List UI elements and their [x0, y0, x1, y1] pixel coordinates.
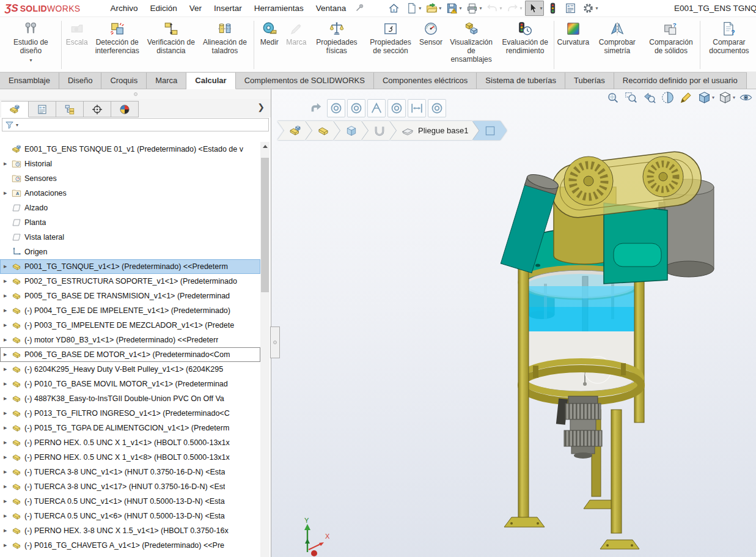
compare-documents-button[interactable]: Comparar documentos	[702, 18, 756, 72]
dropdown-caret-icon[interactable]: ▾	[459, 6, 461, 11]
new-document-button[interactable]: ▾	[404, 1, 423, 16]
tree-filter[interactable]: ▾	[2, 118, 269, 131]
menu-item[interactable]: Archivo	[105, 1, 143, 15]
undo-button[interactable]: ▾	[485, 1, 504, 16]
breadcrumb-feature-pliegue[interactable]: Pliegue base1	[390, 121, 479, 140]
expand-arrow-icon[interactable]: ▶	[4, 191, 12, 196]
print-button[interactable]: ▾	[464, 1, 483, 16]
scale-button[interactable]: Escala	[64, 18, 90, 72]
expand-arrow-icon[interactable]: ▶	[4, 293, 12, 298]
zoom-fit-button[interactable]	[606, 91, 620, 104]
tab-recorrido[interactable]: Recorrido definido por el usuario	[614, 72, 747, 89]
expand-arrow-icon[interactable]: ▶	[4, 411, 12, 416]
mate-angle-button[interactable]	[367, 99, 386, 117]
forward-arrow-icon[interactable]	[309, 101, 323, 116]
redo-button[interactable]: ▾	[505, 1, 524, 16]
tree-item-perno-05-1[interactable]: ▶ (-) PERNO HEX. 0.5 UNC X 1_v1<1> (HBOL…	[0, 435, 260, 450]
mate-concentric-button-3[interactable]	[387, 99, 406, 117]
expand-arrow-icon[interactable]: ▶	[4, 426, 12, 430]
model-leg-right-upper[interactable]	[634, 260, 644, 422]
tab-componentes-electricos[interactable]: Componentes eléctricos	[374, 72, 477, 89]
dimxpert-tab[interactable]	[84, 101, 111, 117]
options-button[interactable]: ▾	[581, 1, 600, 16]
tree-item-pulley[interactable]: ▶ (-) 6204K295_Heavy Duty V-Belt Pulley_…	[0, 362, 260, 377]
design-study-button[interactable]: Estudio de diseño	[2, 18, 59, 72]
sensor-button[interactable]: Sensor	[417, 18, 444, 72]
pin-menu-icon[interactable]	[355, 3, 364, 14]
tree-item-historial[interactable]: ▶ Historial	[0, 157, 260, 171]
propertymanager-tab[interactable]	[29, 101, 56, 117]
expand-arrow-icon[interactable]: ▶	[4, 484, 12, 489]
tree-item-anotaciones[interactable]: ▶ Anotaciones	[0, 186, 260, 201]
panel-overflow-chevron[interactable]: ❯	[257, 102, 265, 112]
tab-ensamblaje[interactable]: Ensamblaje	[0, 72, 59, 89]
section-view-button[interactable]	[661, 91, 675, 104]
hole-alignment-button[interactable]: Alineación de taladros	[198, 18, 252, 72]
featuremanager-tab[interactable]	[1, 101, 29, 117]
expand-arrow-icon[interactable]: ▶	[4, 528, 12, 533]
graphics-viewport[interactable]: Pliegue base1 ▾	[271, 89, 756, 557]
ribbon-divider[interactable]	[700, 21, 700, 69]
tree-item-sensores[interactable]: Sensores	[0, 171, 260, 186]
mate-concentric-button-4[interactable]	[428, 99, 446, 117]
check-symmetry-button[interactable]: Comprobar simetría	[590, 18, 644, 72]
tree-item-p002[interactable]: ▶ P002_TG_ESTRUCTURA SOPORTE_v1<1> (Pred…	[0, 274, 260, 289]
mate-distance-button[interactable]	[408, 99, 426, 117]
dropdown-caret-icon[interactable]: ▾	[712, 95, 714, 100]
save-button[interactable]: ▾	[444, 1, 463, 16]
tree-item-p003[interactable]: ▶ (-) P003_TG_IMPELENTE DE MEZCLADOR_v1<…	[0, 318, 260, 333]
tree-scrollbar[interactable]	[260, 142, 270, 557]
tree-item-motor[interactable]: ▶ (-) motor YD80_B3_v1<1> (Predeterminad…	[0, 333, 260, 347]
expand-arrow-icon[interactable]: ▶	[4, 279, 12, 284]
expand-arrow-icon[interactable]: ▶	[4, 499, 12, 504]
menu-item[interactable]: Ventana	[310, 1, 352, 15]
compare-solids-button[interactable]: Comparación de sólidos	[644, 18, 698, 72]
task-pane-button[interactable]	[563, 1, 579, 16]
tab-calcular[interactable]: Calcular	[186, 72, 235, 89]
menu-item[interactable]: Insertar	[208, 1, 248, 15]
model-transmission-assembly[interactable]	[548, 149, 714, 284]
curvature-button[interactable]: Curvatura	[556, 18, 590, 72]
tree-item-alzado[interactable]: Alzado	[0, 201, 260, 215]
scroll-up-icon[interactable]	[260, 142, 270, 151]
expand-arrow-icon[interactable]: ▶	[4, 382, 12, 386]
model-pulley-right[interactable]	[643, 157, 683, 197]
tree-item-tuerca-05-1[interactable]: ▶ (-) TUERCA 0.5 UNC_v1<1> (HNUT 0.5000-…	[0, 494, 260, 509]
scrollbar-thumb[interactable]	[261, 158, 269, 292]
menu-item[interactable]: Edición	[144, 1, 182, 15]
zoom-area-button[interactable]	[625, 91, 639, 104]
tree-item-root[interactable]: E001_TG_ENS TGNQUE 01_v1 (Predeterminado…	[0, 142, 260, 157]
tree-item-p004[interactable]: ▶ (-) P004_TG_EJE DE IMPELENTE_v1<1> (Pr…	[0, 303, 260, 318]
mate-concentric-button-1[interactable]	[327, 99, 345, 117]
displaymanager-tab[interactable]	[111, 101, 139, 117]
tab-diseno[interactable]: Diseño	[59, 72, 101, 89]
measure-button[interactable]: Medir	[256, 18, 283, 72]
hide-show-items-button[interactable]	[739, 91, 754, 104]
view-orientation-button[interactable]: ▾	[698, 91, 714, 104]
tab-marca[interactable]: Marca	[147, 72, 186, 89]
open-button[interactable]: ▾	[424, 1, 443, 16]
dropdown-caret-icon[interactable]: ▾	[595, 6, 598, 11]
tab-complementos[interactable]: Complementos de SOLIDWORKS	[236, 72, 374, 89]
tree-item-perno-38[interactable]: ▶ (-) PERNO HEX. 3-8 UNC X 1.5_v1<1> (HB…	[0, 523, 260, 538]
tree-item-valve-4887k38[interactable]: ▶ (-) 4887K38_Easy-to-InsTGIl Double-Uni…	[0, 391, 260, 406]
ribbon-divider[interactable]	[554, 21, 554, 69]
tab-sistema-tuberias[interactable]: Sistema de tuberías	[477, 72, 565, 89]
tree-item-p013[interactable]: ▶ (-) P013_TG_FILTRO INGRESO_v1<1> (Pred…	[0, 406, 260, 421]
filter-caret-icon[interactable]: ▾	[16, 122, 18, 128]
menu-item[interactable]: Herramientas	[249, 1, 309, 15]
display-style-button[interactable]: ▾	[719, 91, 735, 104]
select-tool-button[interactable]: ▾	[525, 1, 544, 16]
dropdown-caret-icon[interactable]: ▾	[733, 95, 735, 100]
dropdown-caret-icon[interactable]: ▾	[439, 6, 441, 11]
mass-properties-button[interactable]: Propiedades físicas	[310, 18, 364, 72]
expand-arrow-icon[interactable]: ▶	[4, 396, 12, 401]
tab-croquis[interactable]: Croquis	[101, 72, 147, 89]
panel-collapse-handle[interactable]	[270, 326, 280, 358]
expand-arrow-icon[interactable]: ▶	[4, 161, 12, 166]
expand-arrow-icon[interactable]: ▶	[4, 323, 12, 328]
previous-view-button[interactable]	[643, 91, 657, 104]
expand-arrow-icon[interactable]: ▶	[4, 338, 12, 342]
dropdown-caret-icon[interactable]: ▾	[540, 6, 542, 11]
expand-arrow-icon[interactable]: ▶	[4, 264, 12, 269]
